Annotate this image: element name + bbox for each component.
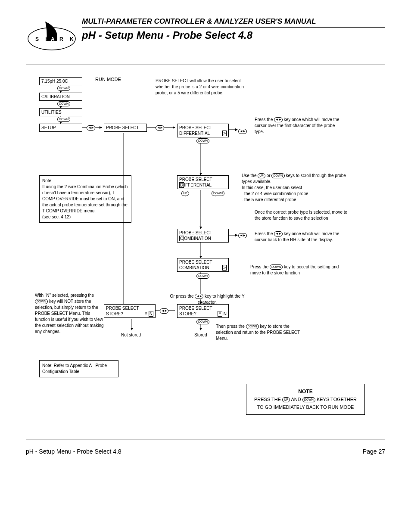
note-2wire: Note: If using the 2 wire Combination Pr… bbox=[39, 175, 131, 223]
up-key-icon: UP bbox=[258, 173, 265, 178]
lr-key-icon: ◄► bbox=[87, 125, 95, 131]
explain-or-press-lr: Or press the ◄► key to highlight the Y c… bbox=[164, 293, 250, 305]
down-key-icon: DOWN bbox=[246, 324, 259, 329]
lr-key-icon: ◄► bbox=[274, 231, 283, 236]
down-key-icon: DOWN bbox=[57, 117, 70, 122]
explain-then-press: Then press the DOWN key to store the sel… bbox=[216, 324, 306, 342]
explain-once-correct: Once the correct probe type is selected,… bbox=[255, 209, 349, 221]
lcd-store-y: PROBE SELECT STORE? Y N bbox=[177, 304, 229, 318]
svg-text:S H: S H bbox=[35, 36, 52, 42]
lcd-calibration: CALIBRATION bbox=[39, 93, 82, 101]
lcd-line1: PROBE SELECT bbox=[179, 177, 227, 182]
n-option: N bbox=[149, 311, 153, 317]
note-appendix: Note: Refer to Appendix A - Probe Config… bbox=[39, 360, 118, 377]
page-footer: pH - Setup Menu - Probe Select 4.8 Page … bbox=[26, 448, 385, 455]
down-key-icon: DOWN bbox=[271, 173, 284, 178]
down-key-icon: DOWN bbox=[212, 191, 224, 196]
down-key-icon: DOWN bbox=[196, 138, 209, 143]
down-key-icon: DOWN bbox=[35, 299, 48, 304]
lcd-store-n: PROBE SELECT STORE? Y N bbox=[104, 304, 156, 318]
lcd-line2: DIFFERENTIAL bbox=[179, 131, 210, 136]
lcd-line2: STORE? bbox=[106, 311, 123, 316]
lcd-line1: PROBE SELECT bbox=[179, 230, 227, 236]
down-key-icon: DOWN bbox=[302, 397, 315, 402]
svg-text:R K: R K bbox=[59, 36, 76, 42]
y-option: Y bbox=[144, 311, 147, 316]
footer-left: pH - Setup Menu - Probe Select 4.8 bbox=[26, 448, 121, 455]
lcd-start: 7.15pH 25.0C bbox=[39, 77, 82, 85]
lr-key-icon: ◄► bbox=[160, 308, 168, 314]
explain-lr-back: Press the ◄► key once which will move th… bbox=[255, 231, 341, 243]
lcd-line1: PROBE SELECT bbox=[179, 259, 227, 265]
note-body: If using the 2 wire Combination Probe (w… bbox=[42, 184, 128, 214]
down-key-icon: DOWN bbox=[57, 101, 70, 106]
y-option: Y bbox=[218, 311, 222, 317]
svg-text:A: A bbox=[51, 36, 55, 42]
lr-key-icon: ◄► bbox=[238, 233, 247, 238]
lcd-ps-diff-cursor: PROBE SELECT DIFFERENTIAL bbox=[177, 175, 229, 189]
down-key-icon: DOWN bbox=[57, 86, 70, 91]
note-title: Note: bbox=[42, 178, 128, 184]
explain-scroll: Use the UP or DOWN keys to scroll throug… bbox=[242, 173, 354, 203]
cursor-char: C bbox=[179, 236, 184, 241]
explain-down-accept: Press the DOWN key to accept the setting… bbox=[250, 264, 345, 276]
intro-text: PROBE SELECT will allow the user to sele… bbox=[156, 78, 255, 96]
lcd-line1: PROBE SELECT bbox=[106, 305, 153, 311]
explain-n-selected: With "N" selected, pressing the DOWN key… bbox=[35, 292, 104, 335]
section-title: pH - Setup Menu - Probe Select 4.8 bbox=[82, 29, 385, 41]
footer-right: Page 27 bbox=[363, 448, 385, 455]
lr-key-icon: ◄► bbox=[274, 117, 283, 122]
lcd-line1: PROBE SELECT bbox=[179, 305, 227, 311]
down-key-icon: DOWN bbox=[196, 319, 209, 324]
not-stored-label: Not stored bbox=[121, 332, 141, 338]
note-runmode: NOTE PRESS THE UP AND DOWN KEYS TOGETHER… bbox=[246, 384, 365, 415]
cursor: > bbox=[222, 131, 227, 136]
shark-logo: S H A R K bbox=[26, 17, 78, 52]
run-mode-label: RUN MODE bbox=[95, 77, 121, 82]
lr-key-icon: ◄► bbox=[195, 294, 203, 299]
down-key-icon: DOWN bbox=[270, 264, 283, 270]
lcd-ps-differential: PROBE SELECT DIFFERENTIAL > bbox=[177, 124, 229, 137]
lr-key-icon: ◄► bbox=[238, 129, 247, 134]
n-option: N bbox=[224, 311, 227, 316]
note-title: NOTE bbox=[252, 388, 359, 396]
explain-press-lr: Press the ◄► key once which will move th… bbox=[255, 117, 341, 135]
lcd-line2: COMBINATION bbox=[179, 265, 209, 270]
lcd-line1: PROBE SELECT bbox=[179, 125, 227, 131]
up-key-icon: UP bbox=[181, 191, 189, 196]
lcd-probe-select: PROBE SELECT bbox=[104, 124, 147, 132]
lcd-line2: STORE? bbox=[179, 311, 196, 316]
stored-label: Stored bbox=[194, 332, 207, 338]
lr-key-icon: ◄► bbox=[156, 125, 164, 131]
flowchart-container: RUN MODE PROBE SELECT will allow the use… bbox=[26, 65, 385, 439]
cursor-char: D bbox=[179, 182, 184, 188]
lcd-ps-comb-cursor: PROBE SELECT COMBINATION bbox=[177, 229, 229, 243]
note-ref: (see sec. 4.12) bbox=[42, 214, 128, 220]
up-key-icon: UP bbox=[282, 397, 290, 402]
lcd-ps-combination: PROBE SELECT COMBINATION > bbox=[177, 258, 229, 272]
page-header: S H A R K MULTI-PARAMETER CONTROLLER & A… bbox=[26, 17, 385, 52]
manual-title: MULTI-PARAMETER CONTROLLER & ANALYZER US… bbox=[82, 17, 385, 28]
lcd-utilities: UTILITIES bbox=[39, 108, 82, 116]
cursor: > bbox=[222, 265, 227, 271]
lcd-setup: SETUP bbox=[39, 124, 82, 132]
down-key-icon: DOWN bbox=[196, 274, 209, 279]
